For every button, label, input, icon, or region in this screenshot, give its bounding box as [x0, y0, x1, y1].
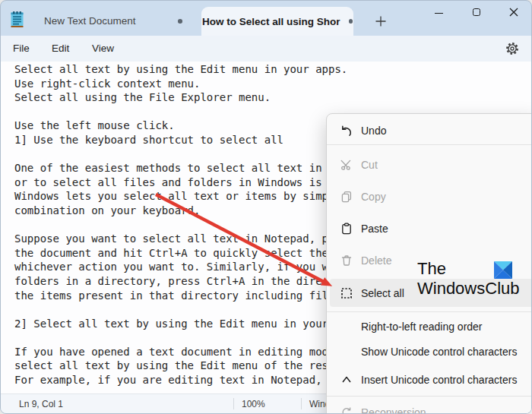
- statusbar-divider: [233, 398, 234, 409]
- windowsclub-logo-icon: [494, 261, 512, 279]
- statusbar-divider: [301, 398, 302, 409]
- caret-icon: [339, 372, 353, 387]
- notepad-app-icon: [10, 11, 24, 28]
- tab-label: How to Select all using Shor: [202, 16, 340, 27]
- clipboard-icon: [339, 222, 353, 236]
- menu-item-label: Undo: [361, 125, 386, 137]
- menu-item-show-unicode[interactable]: Show Unicode control characters: [327, 340, 532, 365]
- menu-item-rtl-reading-order[interactable]: Right-to-left reading order: [327, 314, 532, 339]
- notepad-window: New Text Document How to Select all usin…: [0, 0, 532, 414]
- watermark-windowsclub: WindowsClub: [417, 279, 520, 299]
- menu-edit[interactable]: Edit: [52, 43, 69, 54]
- undo-icon: [339, 124, 353, 138]
- zoom-level[interactable]: 100%: [242, 399, 265, 409]
- menu-item-undo[interactable]: Undo: [327, 117, 532, 144]
- minimize-icon: [435, 13, 443, 14]
- minimize-button[interactable]: [426, 1, 451, 24]
- trash-icon: [339, 254, 353, 268]
- menu-view[interactable]: View: [92, 43, 114, 54]
- menu-separator: [327, 144, 532, 145]
- titlebar[interactable]: New Text Document How to Select all usin…: [1, 1, 532, 36]
- menu-item-reconversion[interactable]: Reconversion: [327, 399, 532, 414]
- menu-item-label: Show Unicode control characters: [361, 346, 517, 358]
- watermark-the: The: [417, 259, 446, 279]
- unsaved-dot-icon: [349, 19, 353, 24]
- menu-item-label: Delete: [361, 254, 391, 267]
- settings-gear-icon[interactable]: [505, 41, 520, 56]
- menu-item-insert-unicode[interactable]: Insert Unicode control characters: [327, 366, 532, 393]
- menu-file[interactable]: File: [13, 43, 30, 54]
- menu-item-label: Insert Unicode control characters: [361, 374, 517, 386]
- menubar: File Edit View: [1, 36, 532, 62]
- close-icon: [509, 8, 518, 17]
- menu-item-cut[interactable]: Cut: [327, 152, 532, 178]
- reconversion-icon: [339, 405, 353, 414]
- copy-icon: [339, 190, 353, 204]
- maximize-button[interactable]: [464, 1, 489, 24]
- menu-item-label: Select all: [361, 287, 404, 299]
- new-tab-button[interactable]: [375, 15, 387, 27]
- tab-how-to-select-all[interactable]: How to Select all using Shor: [201, 7, 353, 36]
- menu-item-label: Right-to-left reading order: [361, 321, 483, 333]
- unsaved-dot-icon: [178, 19, 182, 24]
- menu-item-label: Reconversion: [361, 406, 426, 414]
- menu-item-label: Cut: [361, 159, 378, 171]
- menu-item-label: Copy: [361, 191, 386, 203]
- close-button[interactable]: [502, 1, 526, 24]
- menu-item-copy[interactable]: Copy: [327, 184, 532, 210]
- tab-new-text-document[interactable]: New Text Document: [44, 15, 136, 27]
- maximize-icon: [473, 8, 481, 17]
- cursor-position: Ln 9, Col 1: [19, 399, 63, 409]
- select-all-icon: [339, 286, 353, 300]
- menu-separator: [327, 396, 532, 397]
- scissors-icon: [339, 158, 353, 172]
- menu-item-label: Paste: [361, 223, 388, 235]
- menu-separator: [327, 311, 532, 312]
- menu-item-paste[interactable]: Paste: [327, 216, 532, 242]
